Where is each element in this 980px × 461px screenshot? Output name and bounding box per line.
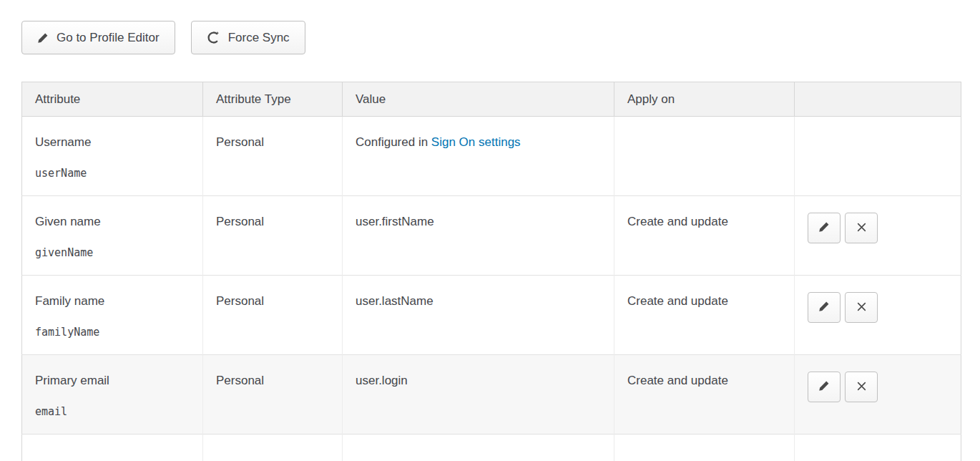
actions-cell — [795, 196, 961, 276]
force-sync-button[interactable]: Force Sync — [191, 21, 305, 54]
table-row-partial — [22, 435, 961, 461]
attribute-cell: Family name familyName — [22, 276, 203, 355]
attribute-label: Given name — [35, 215, 190, 229]
go-to-profile-editor-label: Go to Profile Editor — [57, 31, 160, 45]
attribute-type-cell: Personal — [203, 355, 343, 435]
table-row-primary-email: Primary email email Personal user.login … — [22, 355, 961, 435]
pencil-icon — [818, 221, 830, 235]
attribute-cell: Primary email email — [22, 355, 203, 435]
table-row-given-name: Given name givenName Personal user.first… — [22, 196, 961, 276]
apply-on-cell: Create and update — [614, 355, 795, 435]
force-sync-label: Force Sync — [228, 31, 290, 45]
value-cell: user.lastName — [343, 276, 614, 355]
pencil-icon — [37, 32, 49, 44]
sign-on-settings-link[interactable]: Sign On settings — [431, 135, 521, 149]
attribute-type-cell: Personal — [203, 196, 343, 276]
actions-cell — [795, 355, 961, 435]
header-actions — [795, 82, 961, 117]
attribute-variable-name: userName — [35, 167, 190, 180]
apply-on-cell: Create and update — [614, 276, 795, 355]
attribute-type-cell: Personal — [203, 276, 343, 355]
attribute-mapping-table: Attribute Attribute Type Value Apply on … — [21, 82, 961, 461]
apply-on-cell — [614, 117, 795, 196]
attribute-cell: Given name givenName — [22, 196, 203, 276]
actions-cell — [795, 276, 961, 355]
delete-attribute-button[interactable] — [845, 292, 878, 323]
pencil-icon — [818, 380, 830, 394]
table-row-username: Username userName Personal Configured in… — [22, 117, 961, 196]
table-header-row: Attribute Attribute Type Value Apply on — [22, 82, 961, 117]
close-icon — [856, 381, 867, 394]
apply-on-cell: Create and update — [614, 196, 795, 276]
attribute-mappings-page: Go to Profile Editor Force Sync Attribut… — [0, 0, 980, 461]
header-attribute: Attribute — [22, 82, 203, 117]
attribute-label: Family name — [35, 294, 190, 309]
attribute-type-cell: Personal — [203, 117, 343, 196]
edit-attribute-button[interactable] — [808, 213, 841, 243]
attribute-variable-name: familyName — [35, 326, 190, 339]
header-attribute-type: Attribute Type — [203, 82, 343, 117]
value-cell: user.firstName — [343, 196, 614, 276]
delete-attribute-button[interactable] — [845, 372, 878, 402]
pencil-icon — [818, 301, 830, 314]
close-icon — [856, 222, 867, 235]
attribute-variable-name: email — [35, 405, 190, 418]
table-row-family-name: Family name familyName Personal user.las… — [22, 276, 961, 355]
toolbar: Go to Profile Editor Force Sync — [21, 21, 961, 54]
edit-attribute-button[interactable] — [808, 292, 841, 323]
header-value: Value — [343, 82, 614, 117]
edit-attribute-button[interactable] — [808, 372, 841, 402]
header-apply-on: Apply on — [614, 82, 795, 117]
value-text: Configured in — [356, 135, 431, 149]
go-to-profile-editor-button[interactable]: Go to Profile Editor — [21, 21, 175, 54]
attribute-label: Username — [35, 135, 190, 150]
attribute-variable-name: givenName — [35, 246, 190, 259]
attribute-label: Primary email — [35, 374, 190, 388]
delete-attribute-button[interactable] — [845, 213, 878, 243]
actions-cell — [795, 117, 961, 196]
close-icon — [856, 301, 867, 314]
value-cell: user.login — [343, 355, 614, 435]
value-cell: Configured in Sign On settings — [343, 117, 614, 196]
refresh-icon — [207, 31, 220, 44]
attribute-cell: Username userName — [22, 117, 203, 196]
